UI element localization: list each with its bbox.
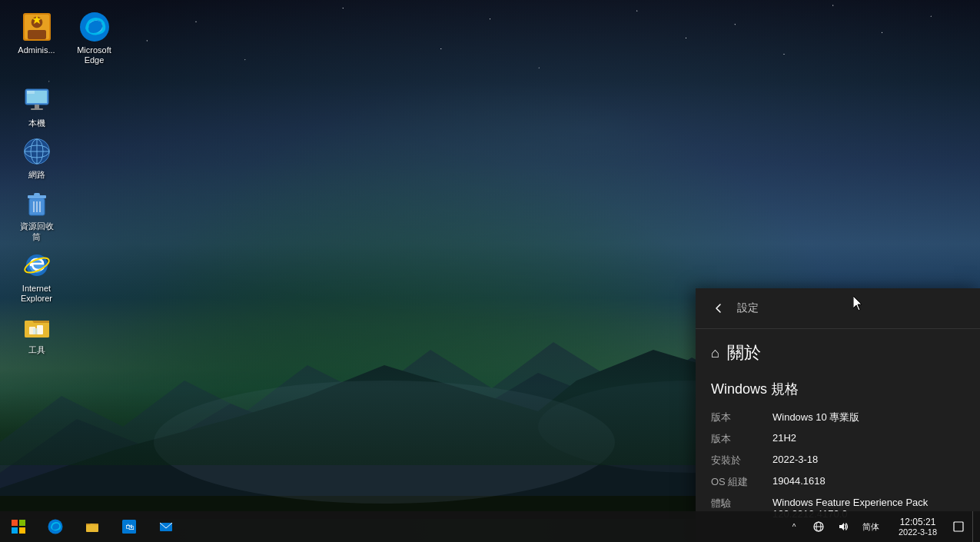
network-label: 網路 — [28, 170, 45, 180]
systray-language-button[interactable]: 简体 — [855, 511, 886, 542]
svg-point-4 — [154, 381, 615, 504]
edge-icon — [79, 12, 110, 42]
systray-network-button[interactable] — [806, 511, 831, 542]
tools-label: 工具 — [28, 345, 45, 355]
systray-area: ^ 简体 — [779, 511, 889, 542]
svg-rect-14 — [35, 105, 39, 108]
taskbar-left: 🛍 — [0, 511, 184, 542]
desktop-icon-recycle[interactable]: 資源回收筒 — [8, 184, 65, 245]
windows-logo-icon — [12, 520, 25, 534]
home-icon: ⌂ — [711, 345, 719, 361]
spec-value-edition: Windows 10 專業版 — [772, 411, 965, 424]
svg-rect-16 — [27, 91, 35, 94]
taskbar-app-explorer[interactable] — [74, 511, 111, 542]
stars-decoration — [0, 0, 980, 271]
taskbar-app-edge[interactable] — [37, 511, 74, 542]
taskbar-edge-icon — [48, 519, 63, 534]
show-desktop-button[interactable] — [972, 511, 977, 542]
windows-specs-title: Windows 規格 — [711, 380, 965, 398]
settings-back-button[interactable] — [708, 298, 729, 319]
svg-rect-37 — [12, 520, 18, 526]
desktop-icon-ie[interactable]: InternetExplorer — [8, 246, 65, 308]
desktop-icons-col: 本機 網路 — [8, 8, 65, 359]
spec-row-installed: 安裝於 2022-3-18 — [711, 454, 965, 467]
taskbar-store-icon: 🛍 — [121, 519, 137, 534]
desktop-icon-network[interactable]: 網路 — [8, 132, 65, 184]
spec-label-installed: 安裝於 — [711, 454, 772, 467]
sound-icon — [838, 521, 849, 532]
svg-rect-40 — [19, 527, 25, 534]
chevron-up-icon: ^ — [792, 523, 796, 531]
taskbar-apps: 🛍 — [37, 511, 184, 542]
spec-value-osbuild: 19044.1618 — [772, 475, 965, 489]
svg-marker-49 — [839, 523, 844, 530]
svg-rect-50 — [954, 522, 963, 531]
ie-icon — [22, 250, 52, 281]
taskbar-right: ^ 简体 — [779, 511, 980, 542]
spec-row-osbuild: OS 組建 19044.1618 — [711, 475, 965, 489]
svg-rect-35 — [37, 325, 43, 334]
taskbar: 🛍 ^ — [0, 511, 980, 542]
svg-rect-39 — [12, 527, 18, 534]
spec-value-version: 21H2 — [772, 432, 965, 446]
spec-value-installed: 2022-3-18 — [772, 454, 965, 467]
clock-date: 2022-3-18 — [899, 527, 937, 537]
svg-rect-15 — [31, 108, 43, 110]
network-status-icon — [813, 521, 824, 532]
language-label: 简体 — [860, 521, 882, 533]
settings-page-title-row: ⌂ 關於 — [711, 341, 965, 364]
svg-rect-38 — [19, 520, 25, 526]
recycle-label: 資源回收筒 — [20, 221, 54, 241]
settings-title: 設定 — [737, 301, 759, 315]
svg-rect-36 — [33, 328, 38, 334]
spec-row-edition: 版本 Windows 10 專業版 — [711, 411, 965, 424]
taskbar-app-mail[interactable] — [148, 511, 184, 542]
spec-label-version: 版本 — [711, 432, 772, 446]
desktop-icon-edge[interactable]: MicrosoftEdge — [65, 8, 123, 69]
svg-rect-25 — [34, 193, 40, 196]
systray-expand-button[interactable]: ^ — [782, 511, 806, 542]
taskbar-mail-icon — [158, 519, 174, 534]
start-button[interactable] — [0, 511, 37, 542]
spec-label-osbuild: OS 組建 — [711, 475, 772, 489]
taskbar-clock[interactable]: 12:05:21 2022-3-18 — [891, 511, 945, 542]
notification-icon — [953, 521, 964, 532]
ie-label: InternetExplorer — [21, 284, 52, 304]
computer-label: 本機 — [28, 118, 45, 128]
computer-icon — [22, 85, 52, 115]
edge-label: MicrosoftEdge — [77, 45, 111, 65]
systray-sound-button[interactable] — [831, 511, 855, 542]
svg-text:🛍: 🛍 — [125, 522, 135, 531]
settings-content: ⌂ 關於 Windows 規格 版本 Windows 10 專業版 版本 21H… — [696, 329, 980, 542]
settings-page-name: 關於 — [727, 341, 761, 364]
taskbar-app-store[interactable]: 🛍 — [111, 511, 148, 542]
desktop-icon-tools[interactable]: 工具 — [8, 308, 65, 359]
network-icon — [22, 136, 52, 167]
taskbar-explorer-icon — [85, 519, 100, 534]
clock-time: 12:05:21 — [900, 517, 936, 527]
tools-icon — [22, 311, 52, 342]
desktop-icon-computer[interactable]: 本機 — [8, 81, 65, 132]
spec-label-edition: 版本 — [711, 411, 772, 424]
recycle-icon — [22, 188, 52, 218]
spec-row-version: 版本 21H2 — [711, 432, 965, 446]
settings-panel: 設定 ⌂ 關於 Windows 規格 版本 Windows 10 專業版 版本 … — [696, 288, 980, 542]
notification-center-button[interactable] — [946, 511, 971, 542]
settings-header: 設定 — [696, 288, 980, 329]
